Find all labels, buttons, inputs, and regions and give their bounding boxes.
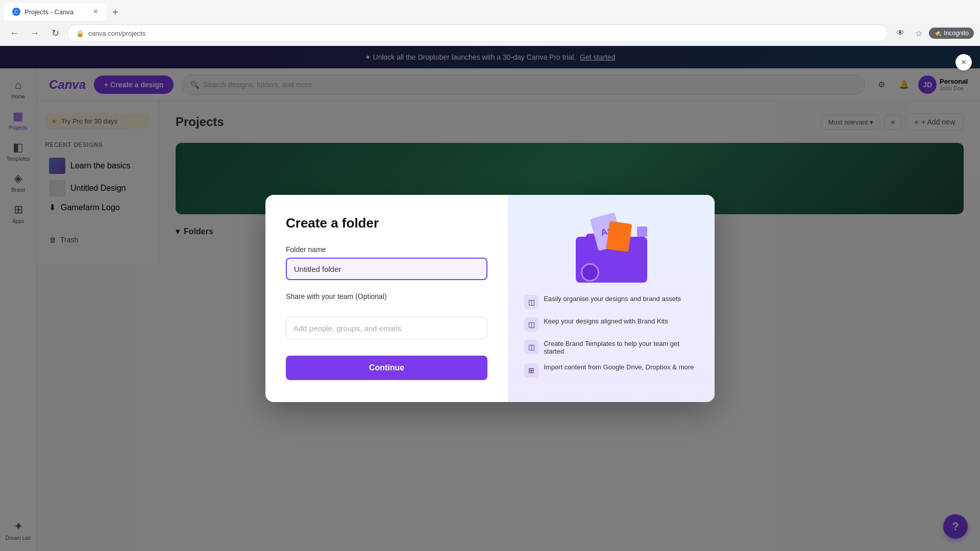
incognito-icon: 🕵 — [934, 30, 942, 37]
new-tab-button[interactable]: + — [108, 5, 122, 20]
feature-text-3: Import content from Google Drive, Dropbo… — [544, 363, 694, 371]
modal-form: Create a folder Folder name Share with y… — [265, 195, 508, 402]
feature-icon-3: ⊞ — [524, 363, 538, 378]
incognito-label: Incognito — [944, 30, 969, 37]
folder-small-block — [637, 227, 647, 237]
feature-item-2: ◫ Create Brand Templates to help your te… — [524, 340, 698, 355]
forward-button[interactable]: → — [27, 25, 43, 41]
feature-text-0: Easily organise your designs and brand a… — [544, 295, 681, 303]
browser-tabs: C Projects - Canva × + — [0, 0, 980, 20]
folder-doc2 — [606, 221, 632, 252]
create-folder-modal: × Create a folder Folder name Share with… — [265, 195, 715, 402]
active-tab[interactable]: C Projects - Canva × — [4, 3, 106, 20]
feature-item-0: ◫ Easily organise your designs and brand… — [524, 295, 698, 309]
browser-chrome: C Projects - Canva × + ← → ↻ 🔒 canva.com… — [0, 0, 980, 46]
feature-list: ◫ Easily organise your designs and brand… — [524, 295, 698, 386]
modal-right-panel: Aa ◫ Easily organise your designs and br… — [508, 195, 715, 402]
continue-button[interactable]: Continue — [286, 356, 487, 380]
feature-text-2: Create Brand Templates to help your team… — [544, 340, 698, 355]
feature-icon-0: ◫ — [524, 295, 538, 309]
modal-overlay[interactable]: × Create a folder Folder name Share with… — [0, 46, 980, 551]
share-input[interactable] — [286, 317, 487, 339]
folder-name-label: Folder name — [286, 245, 487, 254]
refresh-button[interactable]: ↻ — [47, 25, 63, 41]
tab-close-btn[interactable]: × — [93, 8, 98, 16]
tab-favicon: C — [12, 8, 20, 16]
modal-title: Create a folder — [286, 215, 487, 231]
tab-title: Projects - Canva — [24, 8, 74, 16]
camera-icon-btn[interactable]: 👁 — [892, 25, 909, 41]
folder-name-input[interactable] — [286, 258, 487, 280]
folder-illustration: Aa — [566, 211, 657, 283]
lock-icon: 🔒 — [76, 30, 84, 37]
feature-icon-2: ◫ — [524, 340, 538, 354]
share-label: Share with your team (Optional) — [286, 292, 487, 300]
url-text: canva.com/projects — [88, 30, 145, 37]
bookmark-btn[interactable]: ☆ — [911, 25, 927, 41]
back-button[interactable]: ← — [6, 25, 22, 41]
browser-toolbar: ← → ↻ 🔒 canva.com/projects 👁 ☆ 🕵 Incogni… — [0, 20, 980, 46]
feature-icon-1: ◫ — [524, 317, 538, 332]
feature-item-1: ◫ Keep your designs aligned with Brand K… — [524, 317, 698, 332]
toolbar-actions: 👁 ☆ 🕵 Incognito — [892, 25, 974, 41]
folder-coin — [581, 263, 599, 282]
feature-text-1: Keep your designs aligned with Brand Kit… — [544, 317, 668, 325]
url-bar[interactable]: 🔒 canva.com/projects — [67, 24, 888, 42]
incognito-badge[interactable]: 🕵 Incognito — [929, 28, 974, 39]
feature-item-3: ⊞ Import content from Google Drive, Drop… — [524, 363, 698, 378]
